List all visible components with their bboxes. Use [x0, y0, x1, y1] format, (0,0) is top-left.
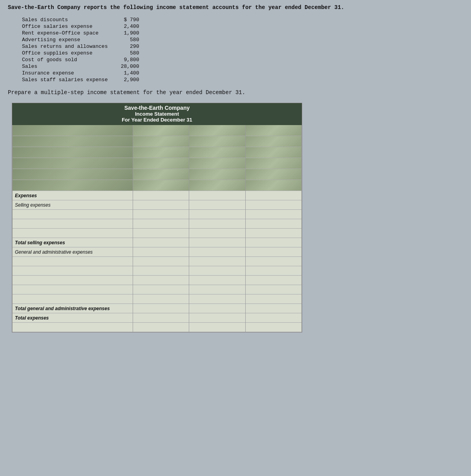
row-col3 [189, 247, 245, 257]
row-label [13, 285, 133, 294]
row-col4 [245, 313, 301, 323]
table-row [13, 158, 302, 169]
row-label: General and administrative expenses [13, 247, 133, 257]
row-col3 [189, 313, 245, 323]
row-col4 [245, 219, 301, 229]
row-label [13, 323, 133, 332]
row-col3 [189, 304, 245, 313]
table-row [13, 323, 302, 332]
row-col3 [189, 229, 245, 238]
row-label [13, 294, 133, 304]
row-col4 [245, 304, 301, 313]
row-col2 [133, 304, 189, 313]
row-label [13, 219, 133, 229]
intro-paragraph: Save-the-Earth Company reports the follo… [8, 4, 463, 12]
table-row [13, 210, 302, 219]
row-col4 [245, 247, 301, 257]
statement-header: Save-the-Earth Company Income Statement … [12, 103, 302, 125]
row-label: Total general and administrative expense… [13, 304, 133, 313]
account-label: Cost of goods sold [20, 56, 110, 63]
row-col2 [133, 219, 189, 229]
row-col3 [189, 266, 245, 276]
table-row: Expenses [13, 191, 302, 200]
account-amount: 580 [110, 50, 141, 56]
statement-table: Expenses Selling expenses Total selling … [12, 125, 302, 332]
table-row [13, 266, 302, 276]
row-col3 [189, 238, 245, 247]
account-amount: 1,400 [110, 70, 141, 76]
row-col2 [133, 210, 189, 219]
accounts-list: Sales discounts$ 790Office salaries expe… [20, 16, 463, 83]
account-label: Sales staff salaries expense [20, 76, 110, 83]
table-row [13, 169, 302, 180]
table-row [13, 180, 302, 191]
table-row [13, 285, 302, 294]
account-label: Office supplies expense [20, 50, 110, 56]
table-row: Total expenses [13, 313, 302, 323]
row-col3 [189, 285, 245, 294]
row-col2 [133, 294, 189, 304]
row-col3 [189, 219, 245, 229]
table-row [13, 276, 302, 285]
row-col4 [245, 191, 301, 200]
row-col4 [245, 285, 301, 294]
row-col2 [133, 200, 189, 210]
row-label: Total expenses [13, 313, 133, 323]
row-label [13, 276, 133, 285]
row-col4 [245, 229, 301, 238]
statement-period: For Year Ended December 31 [12, 117, 302, 124]
account-amount: 28,000 [110, 63, 141, 70]
table-row [13, 257, 302, 266]
table-row [13, 294, 302, 304]
account-label: Office salaries expense [20, 23, 110, 30]
account-amount: 290 [110, 43, 141, 50]
row-label [13, 266, 133, 276]
account-label: Rent expense–Office space [20, 30, 110, 36]
prepare-text: Prepare a multiple-step income statement… [8, 89, 463, 96]
account-amount: 1,900 [110, 30, 141, 36]
account-label: Advertising expense [20, 36, 110, 43]
account-amount: 580 [110, 36, 141, 43]
account-amount: $ 790 [110, 16, 141, 23]
table-row [13, 219, 302, 229]
row-label: Total selling expenses [13, 238, 133, 247]
row-label [13, 210, 133, 219]
table-row [13, 147, 302, 158]
row-col4 [245, 210, 301, 219]
statement-title: Income Statement [12, 111, 302, 117]
row-col4 [245, 323, 301, 332]
account-amount: 2,400 [110, 23, 141, 30]
row-col2 [133, 247, 189, 257]
table-row: Total general and administrative expense… [13, 304, 302, 313]
table-row [13, 136, 302, 147]
row-col3 [189, 294, 245, 304]
row-label: Selling expenses [13, 200, 133, 210]
row-col3 [189, 200, 245, 210]
row-col2 [133, 191, 189, 200]
table-row [13, 229, 302, 238]
row-col2 [133, 238, 189, 247]
row-col4 [245, 238, 301, 247]
row-col4 [245, 200, 301, 210]
row-col3 [189, 257, 245, 266]
row-col3 [189, 276, 245, 285]
table-row: Selling expenses [13, 200, 302, 210]
row-col2 [133, 276, 189, 285]
account-label: Insurance expense [20, 70, 110, 76]
row-col3 [189, 210, 245, 219]
account-label: Sales [20, 63, 110, 70]
row-col2 [133, 266, 189, 276]
row-col2 [133, 313, 189, 323]
row-col2 [133, 323, 189, 332]
account-label: Sales returns and allowances [20, 43, 110, 50]
row-col4 [245, 276, 301, 285]
table-row: General and administrative expenses [13, 247, 302, 257]
row-col4 [245, 294, 301, 304]
row-label [13, 257, 133, 266]
account-amount: 2,900 [110, 76, 141, 83]
account-amount: 9,800 [110, 56, 141, 63]
table-row: Total selling expenses [13, 238, 302, 247]
income-statement: Save-the-Earth Company Income Statement … [12, 103, 302, 333]
row-col3 [189, 191, 245, 200]
row-col2 [133, 257, 189, 266]
